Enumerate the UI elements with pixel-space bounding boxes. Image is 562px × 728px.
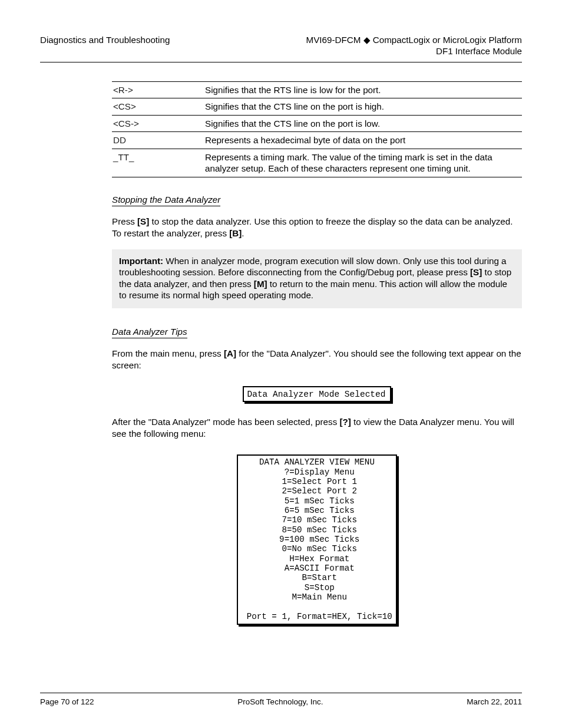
footer: Page 70 of 122 ProSoft Technology, Inc. …: [40, 693, 522, 707]
key-question: [?]: [339, 417, 351, 427]
text: When in analyzer mode, program execution…: [119, 256, 507, 277]
key-s: [S]: [137, 216, 149, 226]
reference-table: <R-> Signifies that the RTS line is low …: [112, 81, 522, 177]
table-code: <CS>: [112, 98, 200, 114]
section-title-tips: Data Analyzer Tips: [112, 326, 187, 338]
table-meaning: Signifies that the CTS line on the port …: [200, 98, 522, 114]
figure-wrap: DATA ANALYZER VIEW MENU ?=Display Menu 1…: [112, 450, 522, 630]
table-row: <CS-> Signifies that the CTS line on the…: [112, 116, 522, 131]
table-code: <CS->: [112, 116, 200, 131]
footer-rule: [40, 693, 522, 693]
table-row: <R-> Signifies that the RTS line is low …: [112, 82, 522, 98]
table-rule: [112, 177, 522, 177]
table-code: _TT_: [112, 149, 200, 165]
table-meaning: Signifies that the CTS line on the port …: [200, 116, 522, 131]
header-right: MVI69-DFCM ◆ CompactLogix or MicroLogix …: [306, 34, 523, 57]
key-b: [B]: [229, 228, 242, 238]
section-paragraph: After the "Data Analyzer" mode has been …: [112, 416, 522, 439]
header-left: Diagnostics and Troubleshooting: [40, 34, 170, 57]
important-note: Important: When in analyzer mode, progra…: [112, 249, 522, 308]
header: Diagnostics and Troubleshooting MVI69-DF…: [40, 34, 522, 57]
figure-analyzer-menu: DATA ANALYZER VIEW MENU ?=Display Menu 1…: [237, 454, 396, 625]
table-row: _TT_ Represents a timing mark. The value…: [112, 149, 522, 177]
important-label: Important:: [119, 256, 163, 266]
header-right-line1b: CompactLogix or MicroLogix Platform: [371, 35, 522, 45]
table-row: DD Represents a hexadecimal byte of data…: [112, 132, 522, 148]
text: to stop the data analyzer. Use this opti…: [112, 216, 513, 238]
footer-page-number: Page 70 of 122: [40, 697, 94, 707]
header-rule: [40, 62, 522, 62]
section-title-stopping: Stopping the Data Analyzer: [112, 194, 220, 206]
footer-row: Page 70 of 122 ProSoft Technology, Inc. …: [40, 697, 522, 707]
footer-center: ProSoft Technology, Inc.: [94, 697, 467, 707]
table-meaning: Represents a hexadecimal byte of data on…: [200, 132, 522, 148]
figure-wrap: Data Analyzer Mode Selected: [112, 381, 522, 416]
figure-mode-selected: Data Analyzer Mode Selected: [243, 386, 392, 402]
text: After the "Data Analyzer" mode has been …: [112, 417, 339, 427]
key-m: [M]: [254, 279, 267, 289]
table-meaning: Signifies that the RTS line is low for t…: [200, 82, 522, 98]
header-right-line1a: MVI69-DFCM: [306, 35, 363, 45]
text: Press: [112, 216, 137, 226]
table-code: DD: [112, 132, 200, 148]
section-paragraph: From the main menu, press [A] for the "D…: [112, 348, 522, 371]
content: <R-> Signifies that the RTS line is low …: [112, 81, 522, 630]
section-paragraph: Press [S] to stop the data analyzer. Use…: [112, 216, 522, 239]
page-root: Diagnostics and Troubleshooting MVI69-DF…: [0, 0, 562, 728]
key-a: [A]: [224, 348, 236, 358]
table-code: <R->: [112, 82, 200, 98]
text: From the main menu, press: [112, 348, 224, 358]
table-row: <CS> Signifies that the CTS line on the …: [112, 98, 522, 114]
key-s: [S]: [470, 267, 482, 277]
text: .: [242, 228, 244, 238]
table-meaning: Represents a timing mark. The value of t…: [200, 149, 522, 177]
header-right-line2: DF1 Interface Module: [436, 46, 522, 56]
footer-date: March 22, 2011: [467, 697, 522, 707]
